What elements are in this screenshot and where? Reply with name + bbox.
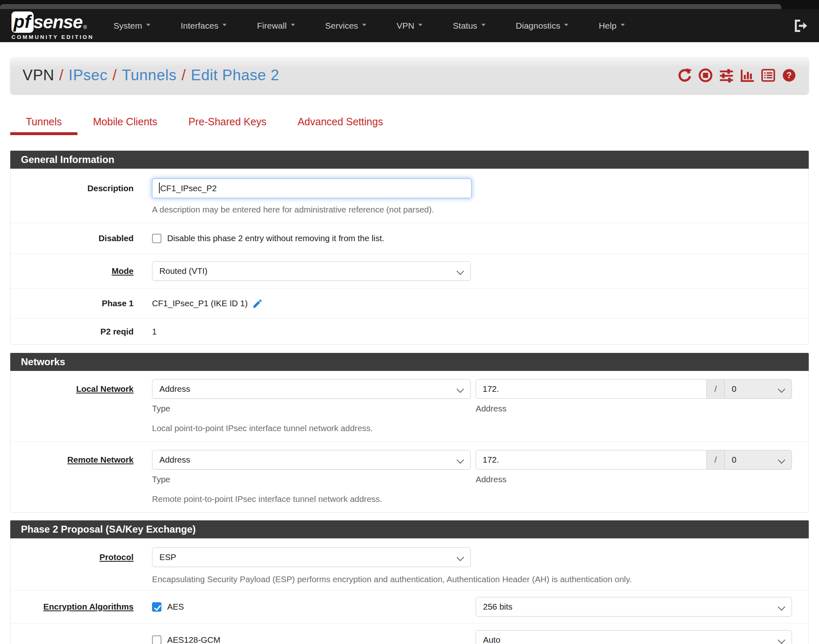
chart-bar-icon[interactable] <box>740 68 755 83</box>
tab-pre-shared-keys[interactable]: Pre-Shared Keys <box>173 112 282 135</box>
local-network-label: Local Network <box>11 379 152 433</box>
page-action-icons: ? <box>677 68 796 83</box>
pfsense-logo[interactable]: pf sense ® COMMUNITY EDITION <box>11 11 94 40</box>
section-title-proposal: Phase 2 Proposal (SA/Key Exchange) <box>10 520 809 538</box>
breadcrumb: VPN/IPsec/Tunnels/Edit Phase 2 <box>23 67 279 84</box>
description-row: Description CF1_IPsec_P2 A description m… <box>11 169 808 223</box>
chevron-down-icon <box>222 24 227 28</box>
breadcrumb-link-ipsec[interactable]: IPsec <box>68 67 107 84</box>
section-title-networks: Networks <box>10 353 809 371</box>
nav-item-firewall[interactable]: Firewall <box>257 21 295 31</box>
address-caption: Address <box>476 404 792 414</box>
remote-network-type-select[interactable]: Address <box>152 450 471 470</box>
chevron-down-icon <box>621 24 625 28</box>
tab-bar: Tunnels Mobile Clients Pre-Shared Keys A… <box>10 112 809 135</box>
remote-network-row: Remote Network Address 172. / 0 Type Add… <box>11 441 808 512</box>
aes-keylen-select[interactable]: 256 bits <box>476 597 792 617</box>
text-cursor <box>159 183 160 193</box>
chevron-down-icon <box>481 24 486 28</box>
main-navbar: pf sense ® COMMUNITY EDITION System Inte… <box>0 9 819 42</box>
encryption-row-aes: Encryption Algorithms AES 256 bits <box>11 590 808 623</box>
networks-panel: Networks Local Network Address 172. / 0 … <box>10 353 809 513</box>
refresh-icon[interactable] <box>677 68 692 83</box>
edit-pencil-icon[interactable] <box>252 298 263 309</box>
nav-item-interfaces[interactable]: Interfaces <box>181 21 227 31</box>
local-network-address-input[interactable]: 172. <box>476 379 707 399</box>
remote-network-address-input[interactable]: 172. <box>476 450 707 470</box>
logout-icon[interactable] <box>793 18 808 33</box>
local-network-type-select[interactable]: Address <box>152 379 471 399</box>
disabled-checkbox-label: Disable this phase 2 entry without remov… <box>167 233 384 243</box>
remote-network-prefix-select[interactable]: 0 <box>725 450 792 470</box>
nav-item-system[interactable]: System <box>113 21 150 31</box>
chevron-down-icon <box>362 24 366 28</box>
slash-separator: / <box>707 450 725 470</box>
breadcrumb-link-tunnels[interactable]: Tunnels <box>122 67 177 84</box>
phase1-label: Phase 1 <box>11 294 152 313</box>
description-label: Description <box>11 179 152 215</box>
p2-reqid-value: 1 <box>152 322 792 341</box>
chevron-down-icon <box>418 24 422 28</box>
aes128gcm-checkbox[interactable] <box>152 635 161 644</box>
protocol-row: Protocol ESP Encapsulating Security Payl… <box>11 538 808 590</box>
remote-network-help: Remote point-to-point IPsec interface tu… <box>152 494 792 504</box>
p2-reqid-label: P2 reqid <box>11 322 152 341</box>
tab-tunnels[interactable]: Tunnels <box>10 112 77 135</box>
type-caption: Type <box>152 404 471 414</box>
help-icon[interactable]: ? <box>782 68 796 83</box>
window-top-strip <box>0 0 819 9</box>
chevron-down-icon <box>146 24 150 28</box>
nav-item-vpn[interactable]: VPN <box>397 21 422 31</box>
breadcrumb-link-edit-phase2[interactable]: Edit Phase 2 <box>191 67 279 84</box>
disabled-label: Disabled <box>11 228 152 248</box>
aes128gcm-checkbox-label: AES128-GCM <box>167 635 220 644</box>
mode-label: Mode <box>11 261 152 281</box>
disabled-checkbox[interactable] <box>152 234 161 243</box>
protocol-label: Protocol <box>11 547 152 584</box>
mode-row: Mode Routed (VTI) <box>11 253 808 288</box>
disabled-row: Disabled Disable this phase 2 entry with… <box>11 223 808 253</box>
tab-mobile-clients[interactable]: Mobile Clients <box>77 112 173 135</box>
aes-checkbox-label: AES <box>167 602 184 612</box>
sliders-icon[interactable] <box>719 68 734 83</box>
phase1-value: CF1_IPsec_P1 (IKE ID 1) <box>152 294 248 313</box>
description-input[interactable]: CF1_IPsec_P2 <box>152 179 472 198</box>
stop-icon[interactable] <box>698 68 713 83</box>
nav-item-services[interactable]: Services <box>325 21 367 31</box>
local-network-row: Local Network Address 172. / 0 Type Addr… <box>11 371 808 441</box>
logo-edition-text: COMMUNITY EDITION <box>11 34 94 40</box>
breadcrumb-bar: VPN/IPsec/Tunnels/Edit Phase 2 <box>10 57 809 94</box>
svg-text:?: ? <box>787 70 792 80</box>
nav-item-status[interactable]: Status <box>453 21 486 31</box>
protocol-select[interactable]: ESP <box>152 547 471 567</box>
local-network-help: Local point-to-point IPsec interface tun… <box>152 423 792 433</box>
nav-item-help[interactable]: Help <box>599 21 624 31</box>
chevron-down-icon <box>291 24 295 28</box>
breadcrumb-root: VPN <box>23 67 54 84</box>
encryption-algorithms-label: Encryption Algorithms <box>11 597 152 617</box>
log-list-icon[interactable] <box>761 68 776 83</box>
phase1-row: Phase 1 CF1_IPsec_P1 (IKE ID 1) <box>11 288 808 318</box>
p2-reqid-row: P2 reqid 1 <box>11 318 808 344</box>
nav-menu: System Interfaces Firewall Services VPN … <box>113 21 625 31</box>
slash-separator: / <box>707 379 725 399</box>
nav-item-diagnostics[interactable]: Diagnostics <box>516 21 569 31</box>
section-title-general: General Information <box>10 151 809 169</box>
aes128gcm-keylen-select[interactable]: Auto <box>476 630 792 644</box>
mode-select[interactable]: Routed (VTI) <box>152 261 471 281</box>
registered-mark: ® <box>83 25 87 30</box>
aes-checkbox[interactable] <box>152 602 161 612</box>
general-information-panel: General Information Description CF1_IPse… <box>10 151 809 345</box>
logo-sense-text: sense <box>34 12 83 32</box>
encryption-row-aes128gcm: AES128-GCM Auto <box>11 623 808 644</box>
chevron-down-icon <box>564 24 568 28</box>
tab-advanced-settings[interactable]: Advanced Settings <box>282 112 398 135</box>
remote-network-label: Remote Network <box>11 450 152 504</box>
local-network-prefix-select[interactable]: 0 <box>725 379 792 399</box>
description-help: A description may be entered here for ad… <box>152 205 792 215</box>
address-caption: Address <box>476 475 792 484</box>
phase2-proposal-panel: Phase 2 Proposal (SA/Key Exchange) Proto… <box>10 520 809 644</box>
type-caption: Type <box>152 475 471 484</box>
logo-pf-box: pf <box>11 11 34 33</box>
protocol-help: Encapsulating Security Payload (ESP) per… <box>152 574 792 584</box>
